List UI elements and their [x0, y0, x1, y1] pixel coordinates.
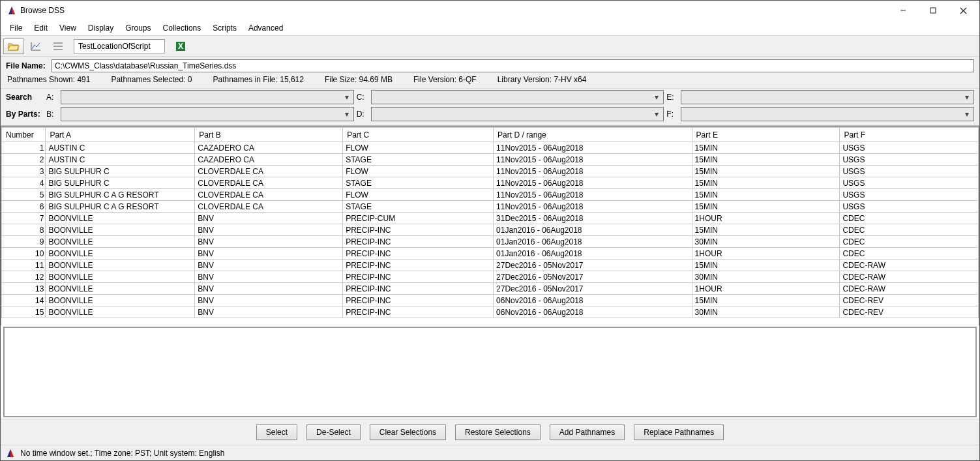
part-c-label: C: [357, 93, 368, 102]
table-row[interactable]: 7BOONVILLEBNVPRECIP-CUM31Dec2015 - 06Aug… [2, 213, 979, 224]
stat-selected: Pathnames Selected: 0 [111, 75, 192, 84]
col-part-c[interactable]: Part C [343, 128, 494, 142]
selection-pane[interactable] [3, 327, 977, 417]
table-button[interactable] [48, 38, 68, 54]
cell-part-c: PRECIP-INC [343, 260, 494, 271]
excel-export-button[interactable]: X [170, 38, 191, 54]
cell-number: 10 [2, 248, 46, 260]
table-row[interactable]: 15BOONVILLEBNVPRECIP-INC06Nov2016 - 06Au… [2, 306, 979, 318]
menu-advanced[interactable]: Advanced [243, 22, 288, 34]
cell-part-a: BOONVILLE [46, 248, 195, 260]
file-path-text: C:\CWMS_Class\database\Russian_TimeSerie… [55, 61, 236, 70]
menu-scripts[interactable]: Scripts [207, 22, 242, 34]
cell-part-c: PRECIP-INC [343, 283, 494, 295]
cell-number: 1 [2, 142, 46, 154]
plot-button[interactable] [25, 38, 46, 54]
cell-part-a: BOONVILLE [46, 271, 195, 283]
menu-view[interactable]: View [54, 22, 82, 34]
open-file-button[interactable] [3, 38, 24, 54]
table-row[interactable]: 9BOONVILLEBNVPRECIP-INC01Jan2016 - 06Aug… [2, 236, 979, 248]
table-row[interactable]: 11BOONVILLEBNVPRECIP-INC27Dec2016 - 05No… [2, 260, 979, 271]
menu-edit[interactable]: Edit [29, 22, 53, 34]
deselect-button[interactable]: De-Select [306, 424, 361, 440]
table-row[interactable]: 3BIG SULPHUR CCLOVERDALE CAFLOW11Nov2015… [2, 166, 979, 177]
table-row[interactable]: 14BOONVILLEBNVPRECIP-INC06Nov2016 - 06Au… [2, 295, 979, 306]
menu-groups[interactable]: Groups [120, 22, 156, 34]
table-row[interactable]: 2AUSTIN CCAZADERO CASTAGE11Nov2015 - 06A… [2, 154, 979, 166]
cell-part-e: 15MIN [692, 201, 840, 213]
table-row[interactable]: 5BIG SULPHUR C A G RESORTCLOVERDALE CAFL… [2, 189, 979, 201]
cell-part-f: CDEC [840, 224, 979, 236]
cell-part-b: CAZADERO CA [195, 154, 343, 166]
cell-part-d: 11Nov2015 - 06Aug2018 [494, 142, 692, 154]
table-row[interactable]: 1AUSTIN CCAZADERO CAFLOW11Nov2015 - 06Au… [2, 142, 979, 154]
cell-part-c: PRECIP-INC [343, 306, 494, 318]
cell-number: 13 [2, 283, 46, 295]
part-f-combo[interactable]: ▾ [681, 107, 974, 121]
cell-part-b: CLOVERDALE CA [195, 189, 343, 201]
part-b-combo[interactable]: ▾ [61, 107, 354, 121]
table-row[interactable]: 4BIG SULPHUR CCLOVERDALE CASTAGE11Nov201… [2, 177, 979, 189]
menu-display[interactable]: Display [83, 22, 119, 34]
cell-part-e: 30MIN [692, 271, 840, 283]
cell-part-f: USGS [840, 189, 979, 201]
pathname-table-scroll[interactable]: Number Part A Part B Part C Part D / ran… [1, 127, 979, 325]
chevron-down-icon: ▾ [962, 93, 972, 102]
col-part-b[interactable]: Part B [195, 128, 343, 142]
clear-selections-button[interactable]: Clear Selections [370, 424, 446, 440]
col-number[interactable]: Number [2, 128, 46, 142]
col-part-d[interactable]: Part D / range [494, 128, 692, 142]
col-part-e[interactable]: Part E [692, 128, 840, 142]
svg-text:X: X [178, 42, 183, 51]
select-button[interactable]: Select [256, 424, 297, 440]
stat-shown: Pathnames Shown: 491 [7, 75, 90, 84]
window-title: Browse DSS [20, 6, 65, 15]
col-part-a[interactable]: Part A [46, 128, 195, 142]
cell-part-d: 01Jan2016 - 06Aug2018 [494, 236, 692, 248]
script-name-text: TestLocationOfScript [78, 42, 151, 51]
cell-part-f: USGS [840, 177, 979, 189]
cell-part-a: BIG SULPHUR C A G RESORT [46, 189, 195, 201]
cell-part-a: BOONVILLE [46, 224, 195, 236]
script-name-field[interactable]: TestLocationOfScript [74, 39, 165, 53]
cell-part-e: 15MIN [692, 142, 840, 154]
cell-part-b: BNV [195, 236, 343, 248]
cell-part-d: 11Nov2015 - 06Aug2018 [494, 189, 692, 201]
file-path-input[interactable]: C:\CWMS_Class\database\Russian_TimeSerie… [52, 59, 974, 72]
table-row[interactable]: 12BOONVILLEBNVPRECIP-INC27Dec2016 - 05No… [2, 271, 979, 283]
part-e-combo[interactable]: ▾ [681, 90, 974, 104]
cell-part-b: CLOVERDALE CA [195, 177, 343, 189]
menu-file[interactable]: File [5, 22, 27, 34]
minimize-button[interactable] [888, 1, 918, 20]
by-parts-label: By Parts: [6, 110, 44, 119]
part-c-combo[interactable]: ▾ [371, 90, 664, 104]
table-row[interactable]: 8BOONVILLEBNVPRECIP-INC01Jan2016 - 06Aug… [2, 224, 979, 236]
file-name-label: File Name: [6, 61, 46, 70]
cell-part-a: BOONVILLE [46, 260, 195, 271]
cell-part-f: USGS [840, 166, 979, 177]
replace-pathnames-button[interactable]: Replace Pathnames [634, 424, 724, 440]
cell-number: 6 [2, 201, 46, 213]
cell-part-b: BNV [195, 283, 343, 295]
restore-selections-button[interactable]: Restore Selections [455, 424, 541, 440]
col-part-f[interactable]: Part F [840, 128, 979, 142]
table-row[interactable]: 13BOONVILLEBNVPRECIP-INC27Dec2016 - 05No… [2, 283, 979, 295]
table-row[interactable]: 6BIG SULPHUR C A G RESORTCLOVERDALE CAST… [2, 201, 979, 213]
app-window: Browse DSS File Edit View Display Groups… [0, 0, 980, 461]
table-row[interactable]: 10BOONVILLEBNVPRECIP-INC01Jan2016 - 06Au… [2, 248, 979, 260]
close-button[interactable] [948, 1, 978, 20]
add-pathnames-button[interactable]: Add Pathnames [550, 424, 625, 440]
part-a-combo[interactable]: ▾ [61, 90, 354, 104]
cell-part-a: BIG SULPHUR C A G RESORT [46, 201, 195, 213]
status-bar: No time window set.; Time zone: PST; Uni… [1, 445, 979, 460]
file-info-panel: File Name: C:\CWMS_Class\database\Russia… [1, 57, 979, 89]
part-d-combo[interactable]: ▾ [371, 107, 664, 121]
cell-part-d: 31Dec2015 - 06Aug2018 [494, 213, 692, 224]
maximize-button[interactable] [918, 1, 948, 20]
cell-part-e: 1HOUR [692, 283, 840, 295]
cell-part-f: CDEC-REV [840, 295, 979, 306]
menu-collections[interactable]: Collections [158, 22, 207, 34]
cell-part-b: BNV [195, 271, 343, 283]
cell-part-f: USGS [840, 142, 979, 154]
cell-part-e: 1HOUR [692, 213, 840, 224]
